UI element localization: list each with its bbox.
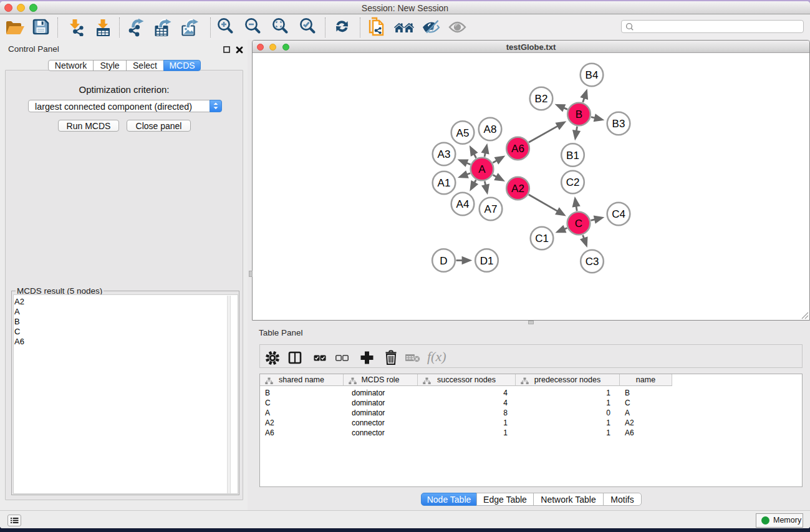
svg-text:A5: A5 — [456, 127, 470, 139]
svg-text:C1: C1 — [535, 233, 549, 244]
svg-text:B3: B3 — [612, 118, 625, 130]
svg-text:B: B — [576, 109, 582, 120]
svg-text:A1: A1 — [438, 177, 451, 189]
svg-text:B4: B4 — [586, 69, 599, 81]
svg-text:A3: A3 — [438, 148, 451, 160]
svg-text:C3: C3 — [586, 256, 599, 268]
svg-text:C: C — [575, 218, 582, 230]
svg-text:A7: A7 — [485, 203, 498, 215]
svg-text:C4: C4 — [612, 208, 625, 220]
svg-text:A6: A6 — [511, 143, 524, 155]
svg-text:A4: A4 — [456, 198, 470, 210]
svg-text:A: A — [478, 163, 486, 175]
svg-text:A8: A8 — [484, 123, 497, 135]
svg-text:B1: B1 — [566, 150, 579, 162]
svg-text:D: D — [440, 255, 447, 267]
svg-text:B2: B2 — [535, 93, 548, 105]
svg-text:C2: C2 — [566, 177, 580, 188]
svg-text:A2: A2 — [511, 183, 524, 195]
svg-text:D1: D1 — [480, 255, 494, 267]
